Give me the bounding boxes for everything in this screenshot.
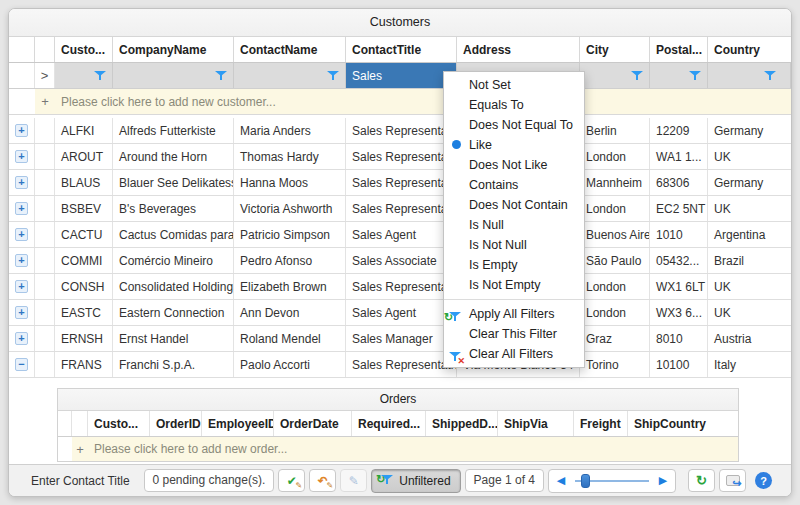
table-row[interactable]: +CACTUCactus Comidas para l...Patricio S… — [9, 222, 791, 248]
column-header-city[interactable]: City — [580, 37, 650, 62]
cell-country[interactable]: UK — [708, 300, 791, 325]
cell-contact[interactable]: Pedro Afonso — [234, 248, 346, 273]
edit-row-button[interactable]: ✎ — [340, 469, 367, 492]
cell-company[interactable]: Consolidated Holdings — [113, 274, 234, 299]
cell-contact[interactable]: Thomas Hardy — [234, 144, 346, 169]
cell-postal[interactable]: WX3 6... — [650, 300, 708, 325]
cell-id[interactable]: CONSH — [55, 274, 113, 299]
cancel-changes-button[interactable]: ↶ ✎ — [309, 469, 336, 492]
menu-item-does-not-like[interactable]: Does Not Like — [444, 155, 584, 175]
column-header-companyname[interactable]: CompanyName — [113, 37, 234, 62]
menu-item-not-set[interactable]: Not Set — [444, 75, 584, 95]
cell-city[interactable]: London — [580, 274, 650, 299]
expand-row-icon[interactable]: + — [15, 124, 28, 137]
cell-company[interactable]: Around the Horn — [113, 144, 234, 169]
cell-company[interactable]: Eastern Connection — [113, 300, 234, 325]
filter-cell-postal[interactable] — [650, 63, 708, 88]
cell-postal[interactable]: WX1 6LT — [650, 274, 708, 299]
menu-item-apply-all-filters[interactable]: ↻Apply All Filters — [444, 304, 584, 324]
cell-country[interactable]: Germany — [708, 170, 791, 195]
cell-contact[interactable]: Paolo Accorti — [234, 352, 346, 377]
menu-item-is-not-empty[interactable]: Is Not Empty — [444, 275, 584, 295]
expand-row-icon[interactable]: + — [15, 176, 28, 189]
cell-city[interactable]: Buenos Aires — [580, 222, 650, 247]
cell-company[interactable]: Ernst Handel — [113, 326, 234, 351]
menu-item-is-empty[interactable]: Is Empty — [444, 255, 584, 275]
cell-city[interactable]: London — [580, 144, 650, 169]
cell-id[interactable]: COMMI — [55, 248, 113, 273]
show-detail-button[interactable]: ↪ — [719, 469, 746, 492]
cell-company[interactable]: Alfreds Futterkiste — [113, 118, 234, 143]
menu-item-like[interactable]: Like — [444, 135, 584, 155]
prev-page-button[interactable]: ◀ — [549, 474, 573, 487]
slider-thumb[interactable] — [581, 474, 590, 488]
orders-column-shipcountry[interactable]: ShipCountry — [628, 411, 738, 436]
cell-postal[interactable]: EC2 5NT — [650, 196, 708, 221]
expand-row-icon[interactable]: + — [15, 254, 28, 267]
orders-column-requireddate[interactable]: Required... — [352, 411, 426, 436]
table-row[interactable]: +ALFKIAlfreds FutterkisteMaria AndersSal… — [9, 118, 791, 144]
cell-city[interactable]: London — [580, 300, 650, 325]
cell-city[interactable]: London — [580, 196, 650, 221]
filter-cell-companyname[interactable] — [113, 63, 234, 88]
new-customer-prompt[interactable]: Please click here to add new customer... — [55, 89, 791, 114]
cell-country[interactable]: UK — [708, 274, 791, 299]
cell-title[interactable]: Sales Agent — [346, 300, 457, 325]
funnel-icon[interactable] — [327, 70, 339, 81]
orders-column-orderid[interactable]: OrderID — [150, 411, 202, 436]
column-header-address[interactable]: Address — [457, 37, 580, 62]
cell-id[interactable]: BSBEV — [55, 196, 113, 221]
cell-id[interactable]: ERNSH — [55, 326, 113, 351]
cell-country[interactable]: Brazil — [708, 248, 791, 273]
table-row[interactable]: +CONSHConsolidated HoldingsElizabeth Bro… — [9, 274, 791, 300]
cell-contact[interactable]: Hanna Moos — [234, 170, 346, 195]
table-row[interactable]: −FRANSFranchi S.p.A.Paolo AccortiSales R… — [9, 352, 791, 378]
column-header-customerid[interactable]: Custo... — [55, 37, 113, 62]
cell-city[interactable]: Mannheim — [580, 170, 650, 195]
expand-row-icon[interactable]: + — [15, 228, 28, 241]
cell-title[interactable]: Sales Representativ... — [346, 196, 457, 221]
expand-row-icon[interactable]: + — [15, 306, 28, 319]
menu-item-clear-this-filter[interactable]: Clear This Filter — [444, 324, 584, 344]
next-page-button[interactable]: ▶ — [651, 474, 675, 487]
cell-title[interactable]: Sales Representativ... — [346, 144, 457, 169]
cell-city[interactable]: Berlin — [580, 118, 650, 143]
orders-column-customerid[interactable]: Custo... — [88, 411, 150, 436]
funnel-icon[interactable] — [689, 70, 701, 81]
cell-title[interactable]: Sales Representativ... — [346, 274, 457, 299]
filter-cell-customerid[interactable] — [55, 63, 113, 88]
orders-column-shipvia[interactable]: ShipVia — [498, 411, 574, 436]
menu-item-contains[interactable]: Contains — [444, 175, 584, 195]
cell-country[interactable]: Germany — [708, 118, 791, 143]
funnel-icon[interactable] — [631, 70, 643, 81]
cell-country[interactable]: UK — [708, 196, 791, 221]
filter-cell-city[interactable] — [580, 63, 650, 88]
cell-id[interactable]: FRANS — [55, 352, 113, 377]
expand-row-icon[interactable]: + — [15, 280, 28, 293]
menu-item-does-not-contain[interactable]: Does Not Contain — [444, 195, 584, 215]
cell-company[interactable]: Blauer See Delikatessen — [113, 170, 234, 195]
funnel-icon[interactable] — [764, 70, 776, 81]
expand-row-icon[interactable]: + — [15, 202, 28, 215]
menu-item-clear-all-filters[interactable]: ✕Clear All Filters — [444, 344, 584, 364]
cell-country[interactable]: Austria — [708, 326, 791, 351]
cell-id[interactable]: EASTC — [55, 300, 113, 325]
column-header-contacttitle[interactable]: ContactTitle — [346, 37, 457, 62]
filter-cell-contactname[interactable] — [234, 63, 346, 88]
cell-city[interactable]: Graz — [580, 326, 650, 351]
cell-id[interactable]: AROUT — [55, 144, 113, 169]
table-row[interactable]: +BLAUSBlauer See DelikatessenHanna MoosS… — [9, 170, 791, 196]
refresh-button[interactable]: ↻ — [688, 469, 715, 492]
new-customer-row[interactable]: + Please click here to add new customer.… — [9, 89, 791, 115]
filter-cell-country[interactable] — [708, 63, 791, 88]
menu-item-is-null[interactable]: Is Null — [444, 215, 584, 235]
cell-id[interactable]: ALFKI — [55, 118, 113, 143]
funnel-icon[interactable] — [215, 70, 227, 81]
cell-postal[interactable]: 05432... — [650, 248, 708, 273]
cell-title[interactable]: Sales Manager — [346, 326, 457, 351]
cell-city[interactable]: Torino — [580, 352, 650, 377]
cell-postal[interactable]: 8010 — [650, 326, 708, 351]
expand-row-icon[interactable]: + — [15, 332, 28, 345]
table-row[interactable]: +ERNSHErnst HandelRoland MendelSales Man… — [9, 326, 791, 352]
cell-city[interactable]: São Paulo — [580, 248, 650, 273]
